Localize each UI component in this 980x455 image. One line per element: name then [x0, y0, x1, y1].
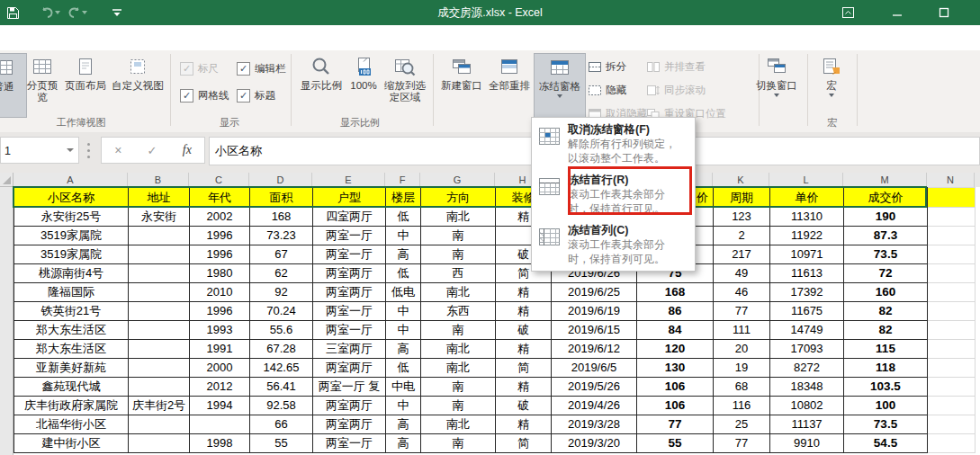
menu-item-freeze-first-column[interactable]: 冻结首列(C) 滚动工作表其余部分 时，保持首列可见。: [532, 220, 695, 271]
cell[interactable]: 2019/6/25: [552, 283, 637, 302]
cell[interactable]: 建中街小区: [14, 434, 129, 453]
cell[interactable]: 低电: [386, 283, 421, 302]
cell[interactable]: 高: [386, 245, 421, 264]
cell[interactable]: 三室两厅: [313, 340, 386, 359]
column-header-K[interactable]: K: [713, 173, 769, 187]
arrange-all-button[interactable]: 全部重排: [486, 53, 533, 116]
cell[interactable]: 低: [386, 359, 421, 378]
cell[interactable]: 11613: [770, 264, 844, 283]
cell[interactable]: 168: [250, 208, 313, 227]
cell[interactable]: 南北: [421, 415, 496, 434]
cell[interactable]: [190, 415, 250, 434]
cell[interactable]: 1991: [190, 340, 250, 359]
cell[interactable]: [129, 264, 190, 283]
cell[interactable]: 70.24: [250, 302, 313, 321]
cell[interactable]: 高: [386, 340, 421, 359]
cell[interactable]: 两室一厅: [313, 245, 386, 264]
column-header-B[interactable]: B: [128, 173, 189, 187]
cell[interactable]: [928, 378, 976, 397]
cell[interactable]: 低: [386, 208, 421, 227]
column-header-F[interactable]: F: [385, 173, 420, 187]
cell[interactable]: [928, 227, 976, 245]
cell[interactable]: 两室两厅: [313, 264, 386, 283]
cell[interactable]: 168: [637, 283, 714, 302]
cell[interactable]: [928, 283, 976, 302]
column-header-L[interactable]: L: [769, 173, 843, 187]
cell[interactable]: [928, 245, 976, 264]
cell[interactable]: 14749: [770, 321, 844, 340]
cell[interactable]: 2000: [190, 359, 250, 378]
page-layout-view-button[interactable]: 页面布局: [61, 53, 110, 116]
cell[interactable]: [928, 397, 976, 415]
cell[interactable]: [129, 227, 190, 245]
menu-item-freeze-top-row[interactable]: 冻结首行(R) 滚动工作表其余部分 时，保持首行可见。: [532, 170, 695, 220]
cell[interactable]: [928, 415, 976, 434]
cell[interactable]: 破: [496, 397, 552, 415]
cell[interactable]: 2019/6/15: [552, 321, 637, 340]
cell[interactable]: 116: [714, 397, 770, 415]
name-box-dropdown-icon[interactable]: [67, 148, 74, 152]
cell[interactable]: 桃源南街4号: [14, 264, 129, 283]
cell[interactable]: 2019/4/26: [552, 397, 637, 415]
cell[interactable]: 2: [714, 227, 770, 245]
cell[interactable]: 精: [496, 378, 552, 397]
cell[interactable]: 87.3: [844, 227, 928, 245]
cell[interactable]: 66: [250, 415, 313, 434]
cell[interactable]: 18348: [770, 378, 844, 397]
zoom-button[interactable]: 显示比例: [297, 53, 346, 116]
page-break-preview-button[interactable]: 分页预览: [24, 53, 60, 116]
cell[interactable]: 10802: [770, 397, 844, 415]
column-header-D[interactable]: D: [249, 173, 312, 187]
normal-view-button[interactable]: 普通: [0, 53, 27, 118]
cell[interactable]: 56.41: [250, 378, 313, 397]
cell[interactable]: [129, 321, 190, 340]
cell[interactable]: 精: [496, 415, 552, 434]
cell[interactable]: 两室一厅: [313, 434, 386, 453]
cell[interactable]: 77: [714, 302, 770, 321]
cell[interactable]: 106: [637, 378, 714, 397]
cell[interactable]: 55.6: [250, 321, 313, 340]
header-cell[interactable]: [928, 188, 976, 208]
cell[interactable]: 破: [496, 321, 552, 340]
cell[interactable]: 两室两厅: [313, 283, 386, 302]
cell[interactable]: 2010: [190, 283, 250, 302]
header-cell[interactable]: 地址: [129, 188, 190, 208]
cell[interactable]: 103.5: [844, 378, 928, 397]
cell[interactable]: 67.28: [250, 340, 313, 359]
cell[interactable]: [129, 283, 190, 302]
cell[interactable]: [129, 340, 190, 359]
cell[interactable]: [928, 340, 976, 359]
cell[interactable]: 简: [496, 359, 552, 378]
cell[interactable]: 庆丰街政府家属院: [14, 397, 129, 415]
cell[interactable]: 2019/6/19: [552, 302, 637, 321]
cell[interactable]: 25: [714, 415, 770, 434]
cell[interactable]: 115: [844, 340, 928, 359]
cell[interactable]: 南: [421, 397, 496, 415]
cell[interactable]: [928, 264, 976, 283]
ribbon-display-options-icon[interactable]: [832, 0, 863, 25]
cell[interactable]: 南北: [421, 208, 496, 227]
cell[interactable]: 中: [386, 302, 421, 321]
cell[interactable]: 南: [421, 378, 496, 397]
cell[interactable]: 铁英街21号: [14, 302, 129, 321]
cell[interactable]: 92.58: [250, 397, 313, 415]
cell[interactable]: 82: [844, 321, 928, 340]
header-cell[interactable]: 年代: [190, 188, 250, 208]
cell[interactable]: 精: [496, 340, 552, 359]
cell[interactable]: 2019/6/5: [552, 359, 637, 378]
cell[interactable]: 1996: [190, 245, 250, 264]
zoom-100-button[interactable]: 100%: [346, 53, 381, 116]
cell[interactable]: [928, 359, 976, 378]
cell[interactable]: 17093: [770, 340, 844, 359]
cell[interactable]: 2019/3/28: [552, 415, 637, 434]
cell[interactable]: 68: [714, 378, 770, 397]
cell[interactable]: 精: [496, 283, 552, 302]
cell[interactable]: 1996: [190, 227, 250, 245]
cell[interactable]: 两室两厅: [313, 397, 386, 415]
formula-bar-checkbox[interactable]: ✓ 编辑栏: [237, 61, 286, 76]
cell[interactable]: 永安街25号: [14, 208, 129, 227]
cell[interactable]: 1980: [190, 264, 250, 283]
cell[interactable]: 2019/5/26: [552, 378, 637, 397]
cell[interactable]: 高: [386, 415, 421, 434]
column-header-E[interactable]: E: [312, 173, 385, 187]
